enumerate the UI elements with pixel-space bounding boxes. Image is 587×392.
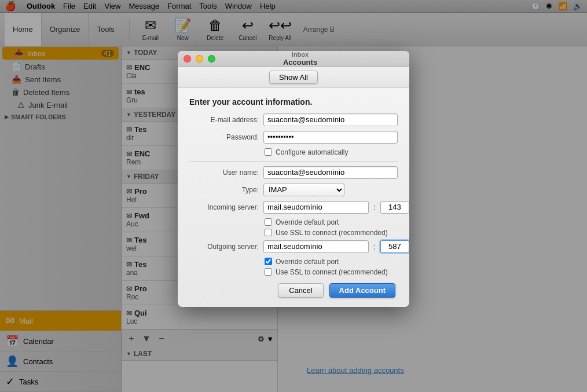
override-incoming-label: Override default port	[276, 218, 339, 226]
incoming-server-label: Incoming server:	[189, 203, 259, 211]
configure-auto-row: Configure automatically	[265, 148, 398, 156]
close-button[interactable]	[184, 55, 191, 63]
ssl-outgoing-checkbox[interactable]	[265, 268, 272, 276]
show-all-button[interactable]: Show All	[269, 71, 318, 84]
type-label: Type:	[189, 186, 259, 194]
email-address-input[interactable]	[263, 113, 398, 126]
email-address-label: E-mail address:	[189, 116, 259, 124]
incoming-colon: :	[373, 203, 376, 212]
outgoing-colon: :	[373, 242, 376, 251]
ssl-outgoing-row: Use SSL to connect (recommended)	[265, 268, 398, 276]
form-title: Enter your account information.	[189, 97, 398, 107]
email-row: E-mail address:	[189, 113, 398, 126]
type-row: Type: IMAP POP Exchange	[189, 184, 398, 196]
ssl-incoming-row: Use SSL to connect (recommended)	[265, 229, 398, 237]
override-incoming-row: Override default port	[265, 218, 398, 226]
ssl-incoming-label: Use SSL to connect (recommended)	[276, 229, 388, 237]
incoming-port-input[interactable]	[380, 201, 409, 214]
override-outgoing-row: Override default port	[265, 258, 398, 266]
override-incoming-checkbox[interactable]	[265, 218, 272, 226]
password-row: Password:	[189, 131, 398, 144]
minimize-button[interactable]	[196, 55, 203, 63]
dialog-title: Inbox Accounts	[220, 51, 380, 67]
override-outgoing-checkbox[interactable]	[265, 258, 272, 265]
incoming-server-input[interactable]	[263, 201, 369, 214]
form-buttons: Cancel Add Account	[189, 283, 398, 298]
outgoing-port-input[interactable]	[380, 240, 409, 253]
show-all-section: Show All	[178, 67, 409, 88]
configure-auto-label: Configure automatically	[276, 148, 348, 156]
dialog-titlebar: Inbox Accounts	[178, 51, 409, 67]
username-row: User name:	[189, 166, 398, 179]
type-select[interactable]: IMAP POP Exchange	[263, 184, 344, 196]
incoming-server-row: Incoming server: :	[189, 201, 398, 214]
ssl-outgoing-label: Use SSL to connect (recommended)	[276, 268, 388, 276]
outgoing-server-row: Outgoing server: :	[189, 240, 398, 253]
maximize-button[interactable]	[208, 55, 215, 63]
add-account-button[interactable]: Add Account	[329, 283, 395, 298]
ssl-incoming-checkbox[interactable]	[265, 229, 272, 236]
dialog-subtitle: Inbox	[220, 51, 380, 58]
password-input[interactable]	[263, 131, 398, 144]
override-outgoing-label: Override default port	[276, 258, 339, 266]
outgoing-server-label: Outgoing server:	[189, 243, 259, 251]
account-form: Enter your account information. E-mail a…	[178, 88, 409, 307]
outgoing-server-input[interactable]	[263, 240, 369, 253]
configure-auto-checkbox[interactable]	[265, 148, 272, 156]
cancel-button[interactable]: Cancel	[278, 283, 323, 298]
form-divider-1	[189, 161, 398, 162]
username-input[interactable]	[263, 166, 398, 179]
password-label: Password:	[189, 133, 259, 141]
dialog-title-text: Accounts	[220, 58, 380, 67]
modal-overlay: Inbox Accounts Show All Enter your accou…	[0, 0, 587, 392]
accounts-dialog: Inbox Accounts Show All Enter your accou…	[178, 51, 409, 307]
username-label: User name:	[189, 168, 259, 177]
